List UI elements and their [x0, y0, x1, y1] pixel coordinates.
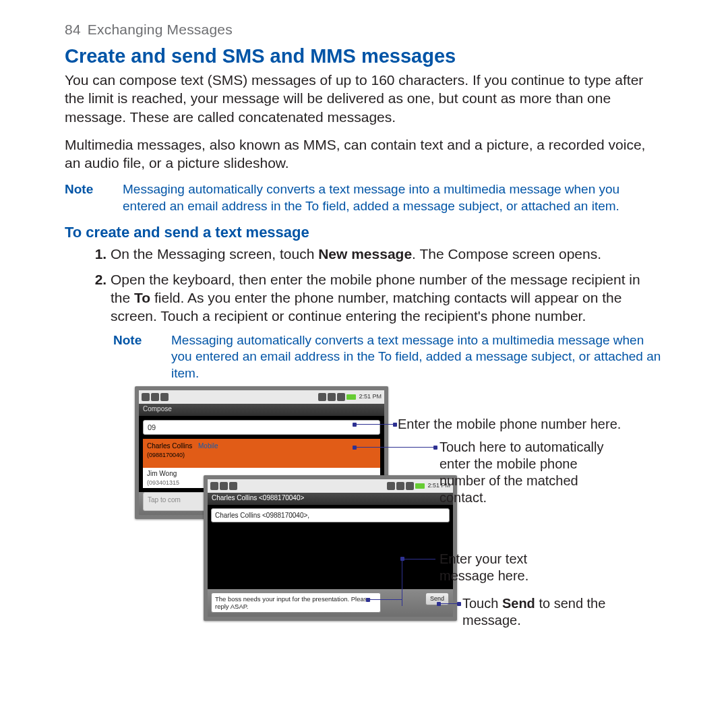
signal-icon — [328, 393, 336, 401]
phone2-input-bar: The boss needs your input for the presen… — [208, 589, 453, 617]
step1-pre: On the Messaging screen, touch — [111, 246, 318, 262]
intro-paragraph-1: You can compose text (SMS) messages of u… — [65, 71, 663, 126]
status-icon — [229, 482, 237, 490]
status-icon — [220, 482, 228, 490]
figure-area: 2:51 PM Compose 09 Charles Collins Mobil… — [65, 386, 663, 642]
note-text-2: Messaging automatically converts a text … — [171, 332, 663, 382]
callout-1: Enter the mobile phone number here. — [398, 416, 621, 433]
leader-line — [402, 559, 435, 559]
phone2-to-display[interactable]: Charles Collins <0988170040>, — [211, 508, 450, 522]
leader-line — [355, 447, 435, 448]
callout-3: Enter your text message here. — [439, 551, 574, 584]
step1-bold: New message — [318, 246, 412, 262]
phone1-to-field[interactable]: 09 — [143, 420, 380, 435]
leader-line — [355, 424, 395, 425]
status-icon — [142, 393, 150, 401]
step2-c: field. As you enter the phone number, ma… — [111, 290, 621, 324]
phone1-contact-suggestion[interactable]: Charles Collins Mobile (0988170040) — [143, 439, 380, 468]
status-icon — [160, 393, 169, 401]
step1-post: . The Compose screen opens. — [412, 246, 601, 262]
page-number: 84 — [65, 22, 81, 37]
phone1-title: Compose — [139, 404, 384, 416]
bluetooth-icon — [318, 393, 326, 401]
step-2: Open the keyboard, then enter the mobile… — [111, 270, 663, 326]
signal-icon — [396, 482, 404, 490]
phone2-message-input[interactable]: The boss needs your input for the presen… — [211, 593, 381, 613]
battery-icon — [346, 394, 356, 400]
suggestion-type: Mobile — [198, 442, 218, 450]
callout4-bold: Send — [502, 596, 535, 611]
step-1: On the Messaging screen, touch New messa… — [111, 245, 663, 263]
row2-name: Jim Wong — [147, 470, 177, 477]
battery-icon — [415, 483, 425, 489]
status-icon — [210, 482, 218, 490]
intro-paragraph-2: Multimedia messages, also known as MMS, … — [65, 135, 663, 173]
signal-icon — [406, 482, 414, 490]
step-list: On the Messaging screen, touch New messa… — [65, 245, 663, 325]
phone1-clock: 2:51 PM — [359, 393, 382, 401]
suggestion-number: (0988170040) — [147, 452, 185, 458]
bluetooth-icon — [387, 482, 395, 490]
phone1-statusbar: 2:51 PM — [139, 390, 384, 404]
signal-icon — [337, 393, 345, 401]
leader-line — [402, 559, 402, 606]
phone2-statusbar: 2:51 PM — [208, 479, 453, 493]
leader-line — [439, 603, 459, 604]
phone2-thread-body — [208, 526, 453, 589]
note-block-2: Note Messaging automatically converts a … — [65, 332, 663, 382]
status-icon — [151, 393, 159, 401]
callout-4: Touch Send to send the message. — [462, 595, 611, 629]
subsection-heading: To create and send a text message — [65, 223, 663, 243]
note-label-2: Note — [113, 332, 171, 382]
callout4-pre: Touch — [462, 596, 502, 611]
step2-b: To — [134, 290, 150, 305]
phone2-title: Charles Collins <0988170040> — [208, 493, 453, 505]
callout-2: Touch here to automatically enter the mo… — [439, 439, 615, 506]
suggestion-name: Charles Collins — [147, 442, 192, 450]
leader-line — [368, 599, 402, 600]
row2-number: (093401315 — [147, 479, 179, 486]
section-heading: Create and send SMS and MMS messages — [65, 44, 663, 69]
note-text: Messaging automatically converts a text … — [123, 181, 663, 214]
chapter-title: Exchanging Messages — [88, 22, 233, 37]
phone-screenshot-thread: 2:51 PM Charles Collins <0988170040> Cha… — [204, 475, 457, 621]
note-block-1: Note Messaging automatically converts a … — [65, 181, 663, 214]
note-label: Note — [65, 181, 123, 214]
running-header: 84 Exchanging Messages — [65, 20, 663, 38]
